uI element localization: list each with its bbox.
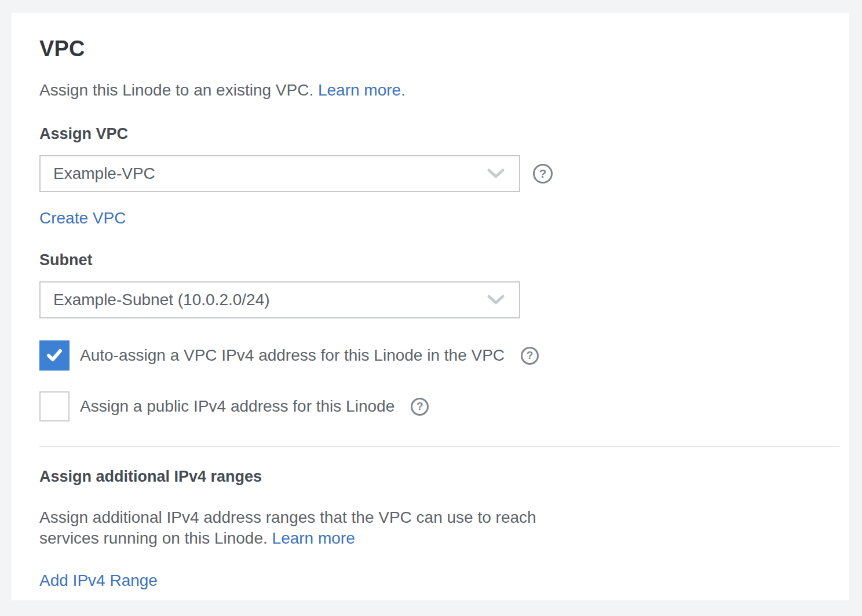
vpc-description-period: . — [401, 81, 406, 99]
question-mark-glyph: ? — [539, 167, 547, 181]
chevron-down-icon — [487, 168, 505, 179]
assign-vpc-label: Assign VPC — [39, 125, 821, 142]
question-mark-glyph: ? — [417, 400, 423, 413]
auto-assign-ipv4-label: Auto-assign a VPC IPv4 address for this … — [80, 346, 505, 365]
chevron-down-icon — [487, 294, 505, 306]
subnet-select[interactable]: Example-Subnet (10.0.2.0/24) — [39, 281, 520, 318]
ipv4-ranges-description: Assign additional IPv4 address ranges th… — [39, 507, 572, 549]
vpc-description-text: Assign this Linode to an existing VPC. — [39, 81, 318, 99]
subnet-label: Subnet — [39, 251, 821, 269]
vpc-select-value: Example-VPC — [53, 164, 477, 183]
checkmark-icon — [46, 348, 63, 363]
vpc-panel: VPC Assign this Linode to an existing VP… — [12, 13, 849, 600]
assign-vpc-row: Example-VPC ? — [39, 155, 821, 192]
public-ipv4-checkbox[interactable] — [39, 391, 70, 421]
public-ipv4-row: Assign a public IPv4 address for this Li… — [39, 391, 821, 421]
ipv4-ranges-description-line1: Assign additional IPv4 address ranges th… — [39, 507, 572, 528]
ipv4-ranges-title: Assign additional IPv4 ranges — [39, 468, 821, 485]
learn-more-link-vpc[interactable]: Learn more — [318, 81, 401, 99]
help-icon-public-ipv4[interactable]: ? — [411, 398, 429, 416]
vpc-select[interactable]: Example-VPC — [39, 155, 520, 192]
create-vpc-link[interactable]: Create VPC — [39, 210, 126, 227]
add-ipv4-range-link[interactable]: Add IPv4 Range — [39, 572, 158, 589]
subnet-row: Example-Subnet (10.0.2.0/24) — [39, 281, 821, 318]
help-icon-auto-assign[interactable]: ? — [521, 347, 539, 365]
subnet-select-value: Example-Subnet (10.0.2.0/24) — [53, 291, 477, 309]
auto-assign-ipv4-row: Auto-assign a VPC IPv4 address for this … — [39, 340, 821, 371]
help-icon-vpc[interactable]: ? — [533, 164, 553, 184]
vpc-description: Assign this Linode to an existing VPC. L… — [39, 81, 821, 100]
question-mark-glyph: ? — [527, 349, 534, 362]
auto-assign-ipv4-checkbox[interactable] — [39, 340, 70, 371]
public-ipv4-label: Assign a public IPv4 address for this Li… — [80, 397, 395, 416]
section-divider — [39, 446, 839, 447]
ipv4-ranges-description-line2: services running on this Linode. — [39, 529, 272, 547]
learn-more-link-ranges[interactable]: Learn more — [272, 529, 355, 547]
page-title: VPC — [39, 36, 821, 61]
